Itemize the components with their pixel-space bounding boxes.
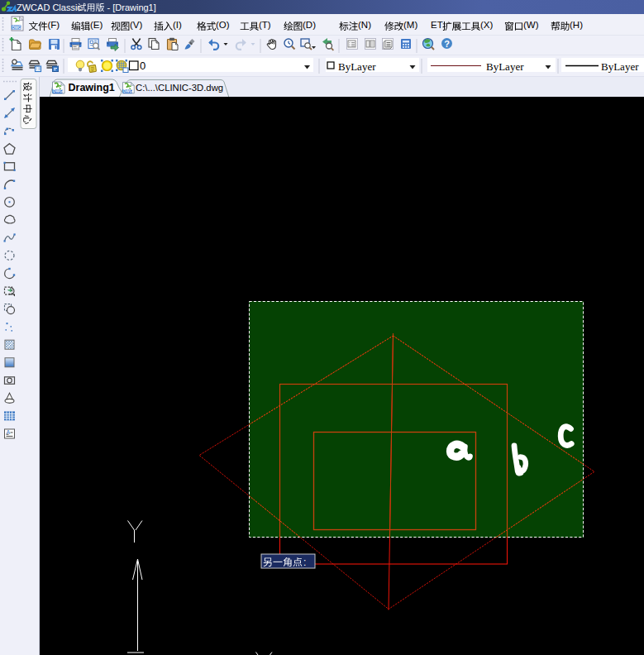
svg-text:(H): (H) [570,20,583,30]
svg-text:ZWCAD Classic: ZWCAD Classic [17,2,82,12]
svg-text:?: ? [444,39,450,49]
svg-text:(E): (E) [90,20,103,30]
svg-text:ByLayer: ByLayer [601,60,639,73]
svg-text:(D): (D) [303,20,316,30]
svg-text:(V): (V) [130,20,143,30]
svg-text:(M): (M) [403,20,417,30]
svg-text:C:\...\CLINIC-3D.dwg: C:\...\CLINIC-3D.dwg [136,83,223,93]
svg-text:(X): (X) [480,20,494,30]
svg-text:(I): (I) [173,20,182,30]
svg-text:ByLayer: ByLayer [338,60,376,73]
svg-text:DWG: DWG [123,89,133,93]
svg-text:ET: ET [431,20,443,30]
svg-text:Drawing1: Drawing1 [69,82,115,93]
svg-text:ByLayer: ByLayer [486,60,524,73]
svg-text:- [Drawing1]: - [Drawing1] [107,2,156,12]
svg-text:DWG: DWG [12,26,21,30]
svg-text:(F): (F) [48,20,60,30]
svg-text:(O): (O) [216,20,230,30]
svg-text:(N): (N) [358,20,371,30]
svg-text:0: 0 [140,60,145,72]
svg-text:DWG: DWG [53,89,63,93]
svg-text:(T): (T) [259,20,271,30]
svg-text::: : [303,557,306,568]
svg-text:(W): (W) [523,20,539,30]
